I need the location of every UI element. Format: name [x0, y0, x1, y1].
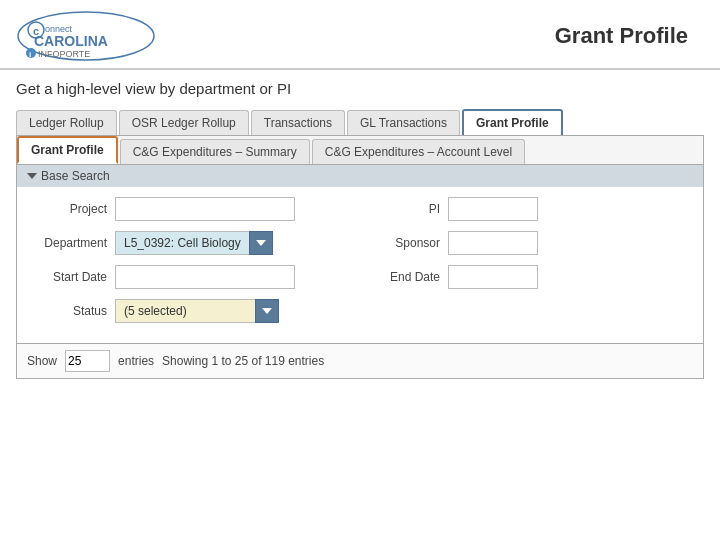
tab2-cg-expenditures-summary[interactable]: C&G Expenditures – Summary [120, 139, 310, 164]
status-arrow-icon [262, 308, 272, 314]
entries-label: entries [118, 354, 154, 368]
form-row-2: Department L5_0392: Cell Biology Sponsor [37, 231, 683, 255]
tab-grant-profile[interactable]: Grant Profile [462, 109, 563, 135]
department-dropdown-btn[interactable] [249, 231, 273, 255]
status-group: Status (5 selected) [37, 299, 350, 323]
department-value: L5_0392: Cell Biology [115, 231, 249, 255]
form-row-3: Start Date End Date [37, 265, 683, 289]
logo-area: c onnect CAROLINA i INFOPORTE [16, 10, 156, 62]
header: c onnect CAROLINA i INFOPORTE Grant Prof… [0, 0, 720, 70]
sponsor-input[interactable] [448, 231, 538, 255]
pi-label: PI [370, 202, 440, 216]
svg-text:i: i [29, 50, 31, 59]
form-row-1: Project PI [37, 197, 683, 221]
sponsor-group: Sponsor [370, 231, 683, 255]
page-title: Grant Profile [555, 23, 688, 49]
tab-gl-transactions[interactable]: GL Transactions [347, 110, 460, 135]
status-value: (5 selected) [115, 299, 255, 323]
department-group: Department L5_0392: Cell Biology [37, 231, 350, 255]
tabs-row-2: Grant Profile C&G Expenditures – Summary… [17, 136, 703, 165]
end-date-input[interactable] [448, 265, 538, 289]
sponsor-label: Sponsor [370, 236, 440, 250]
triangle-icon [27, 173, 37, 179]
status-dropdown[interactable]: (5 selected) [115, 299, 279, 323]
department-dropdown[interactable]: L5_0392: Cell Biology [115, 231, 273, 255]
tab2-grant-profile[interactable]: Grant Profile [17, 136, 118, 164]
tabs-row-1: Ledger Rollup OSR Ledger Rollup Transact… [16, 109, 704, 136]
page-subtitle: Get a high-level view by department or P… [0, 70, 720, 109]
tab-transactions[interactable]: Transactions [251, 110, 345, 135]
dropdown-arrow-icon [256, 240, 266, 246]
base-search-bar[interactable]: Base Search [17, 165, 703, 187]
project-label: Project [37, 202, 107, 216]
pi-group: PI [370, 197, 683, 221]
start-date-group: Start Date [37, 265, 350, 289]
svg-text:INFOPORTE: INFOPORTE [38, 49, 90, 59]
project-input[interactable] [115, 197, 295, 221]
entries-info: Showing 1 to 25 of 119 entries [162, 354, 324, 368]
end-date-label: End Date [370, 270, 440, 284]
footer-bar: Show entries Showing 1 to 25 of 119 entr… [17, 343, 703, 378]
entries-select[interactable] [65, 350, 110, 372]
search-form: Project PI Department L5_0392: Cell Biol… [17, 187, 703, 343]
start-date-input[interactable] [115, 265, 295, 289]
show-label: Show [27, 354, 57, 368]
tab2-cg-expenditures-account[interactable]: C&G Expenditures – Account Level [312, 139, 525, 164]
svg-text:CAROLINA: CAROLINA [34, 33, 108, 49]
main-content: Ledger Rollup OSR Ledger Rollup Transact… [0, 109, 720, 379]
status-dropdown-btn[interactable] [255, 299, 279, 323]
tab-osr-ledger-rollup[interactable]: OSR Ledger Rollup [119, 110, 249, 135]
start-date-label: Start Date [37, 270, 107, 284]
panel: Grant Profile C&G Expenditures – Summary… [16, 136, 704, 379]
status-label: Status [37, 304, 107, 318]
department-label: Department [37, 236, 107, 250]
logo: c onnect CAROLINA i INFOPORTE [16, 10, 156, 62]
end-date-group: End Date [370, 265, 683, 289]
base-search-label: Base Search [41, 169, 110, 183]
tab-ledger-rollup[interactable]: Ledger Rollup [16, 110, 117, 135]
project-group: Project [37, 197, 350, 221]
pi-input[interactable] [448, 197, 538, 221]
form-row-4: Status (5 selected) [37, 299, 683, 323]
